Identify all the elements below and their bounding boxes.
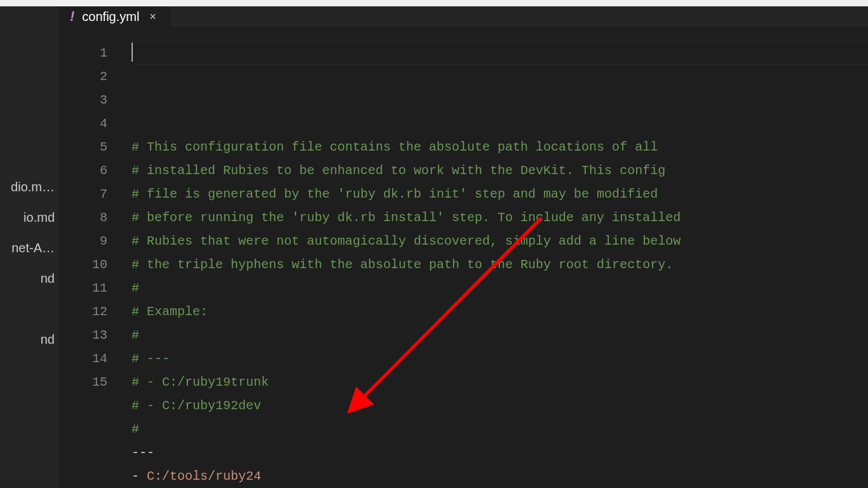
line-number: 9 (58, 229, 107, 253)
line-number: 5 (58, 135, 107, 159)
code-line[interactable]: # file is generated by the 'ruby dk.rb i… (132, 182, 868, 206)
line-number: 12 (58, 300, 107, 323)
line-number: 3 (58, 88, 107, 112)
line-number: 11 (58, 276, 107, 300)
close-icon[interactable]: × (147, 10, 159, 24)
code-content[interactable]: # This configuration file contains the a… (132, 41, 868, 488)
code-line[interactable]: # installed Rubies to be enhanced to wor… (132, 159, 868, 182)
line-number: 10 (58, 253, 107, 276)
code-line[interactable]: # - C:/ruby192dev (132, 394, 868, 417)
line-number: 14 (58, 347, 107, 370)
file-explorer[interactable]: dio.m… io.md net-A… nd nd (0, 6, 58, 488)
code-line[interactable]: # --- (132, 347, 868, 370)
line-number: 13 (58, 323, 107, 347)
explorer-item[interactable]: net-A… (0, 233, 58, 263)
explorer-item[interactable] (0, 294, 58, 324)
line-number: 1 (58, 41, 107, 65)
code-line[interactable]: # (132, 276, 868, 300)
tab-bar: ! config.yml × (58, 6, 868, 27)
explorer-item[interactable]: dio.m… (0, 172, 58, 202)
tab-config-yml[interactable]: ! config.yml × (58, 6, 170, 27)
line-number: 7 (58, 182, 107, 206)
current-line-highlight (132, 41, 868, 65)
code-editor[interactable]: 123456789101112131415 # This configurati… (58, 27, 868, 488)
code-line[interactable]: # This configuration file contains the a… (132, 135, 868, 159)
line-number: 6 (58, 159, 107, 182)
explorer-item[interactable]: nd (0, 263, 58, 294)
code-line[interactable]: # the triple hyphens with the absolute p… (132, 253, 868, 276)
explorer-item[interactable]: nd (0, 324, 58, 355)
tab-filename: config.yml (82, 10, 139, 24)
code-line[interactable]: # (132, 323, 868, 347)
explorer-item[interactable]: io.md (0, 202, 58, 233)
window-top-strip (0, 0, 868, 6)
text-cursor (132, 43, 133, 62)
yaml-file-icon: ! (70, 8, 74, 25)
editor-area: ! config.yml × 123456789101112131415 # T… (58, 6, 868, 488)
code-line[interactable]: - C:/tools/ruby24 (132, 464, 868, 488)
line-number: 4 (58, 112, 107, 135)
line-number: 15 (58, 370, 107, 394)
code-line[interactable]: # - C:/ruby19trunk (132, 370, 868, 394)
line-number-gutter: 123456789101112131415 (58, 41, 132, 488)
code-line[interactable]: # before running the 'ruby dk.rb install… (132, 206, 868, 229)
code-line[interactable]: # Rubies that were not automagically dis… (132, 229, 868, 253)
line-number: 2 (58, 65, 107, 88)
code-line[interactable]: # (132, 417, 868, 441)
line-number: 8 (58, 206, 107, 229)
main-container: dio.m… io.md net-A… nd nd ! config.yml ×… (0, 6, 868, 488)
code-line[interactable]: # Example: (132, 300, 868, 323)
code-line[interactable]: --- (132, 441, 868, 464)
